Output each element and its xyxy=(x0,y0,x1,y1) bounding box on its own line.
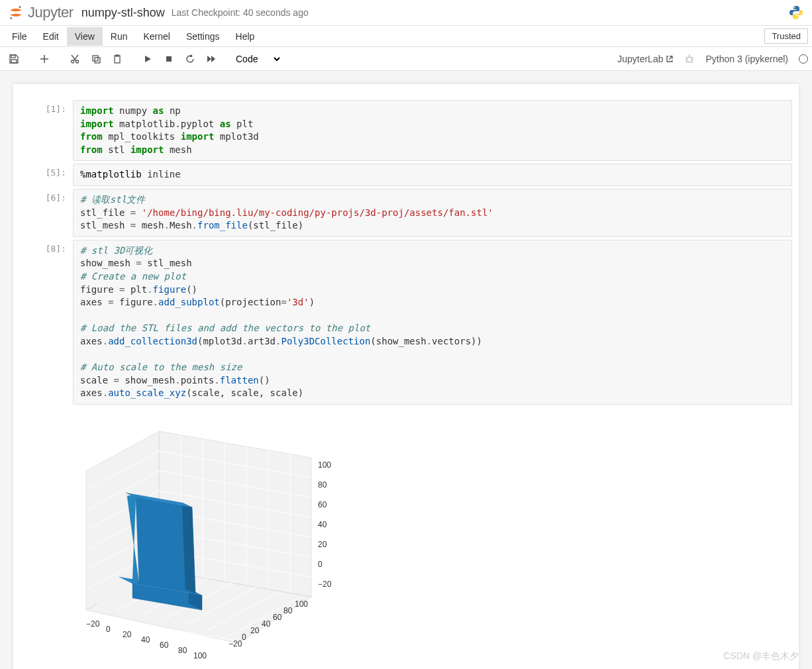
svg-text:100: 100 xyxy=(193,651,207,660)
svg-text:60: 60 xyxy=(273,613,282,622)
cell-prompt: [1]: xyxy=(20,100,73,161)
menu-run[interactable]: Run xyxy=(103,27,136,46)
svg-line-24 xyxy=(686,62,687,63)
code-cell[interactable]: [1]: import numpy as np import matplotli… xyxy=(13,100,799,161)
menu-kernel[interactable]: Kernel xyxy=(135,27,178,46)
insert-cell-button[interactable] xyxy=(34,50,54,68)
run-button[interactable] xyxy=(138,50,158,68)
3d-plot: 100 80 60 40 20 0 −20 100 80 60 40 20 0 … xyxy=(73,418,351,669)
svg-line-17 xyxy=(669,56,672,60)
jupyter-icon xyxy=(8,5,24,21)
svg-text:20: 20 xyxy=(318,540,327,549)
checkpoint-text: Last Checkpoint: 40 seconds ago xyxy=(172,7,309,18)
cell-prompt: [5]: xyxy=(20,164,73,186)
svg-point-18 xyxy=(687,57,692,62)
svg-text:−20: −20 xyxy=(86,619,100,629)
svg-text:0: 0 xyxy=(242,633,246,642)
notebook: [1]: import numpy as np import matplotli… xyxy=(13,84,799,669)
svg-point-3 xyxy=(797,17,799,19)
svg-text:100: 100 xyxy=(318,460,331,470)
code-cell[interactable]: [8]: # stl 3D可视化 show_mesh = stl_mesh # … xyxy=(13,240,799,405)
svg-point-1 xyxy=(10,17,13,20)
restart-button[interactable] xyxy=(180,50,200,68)
notebook-name[interactable]: numpy-stl-show xyxy=(81,6,165,20)
cell-prompt: [6]: xyxy=(20,189,73,237)
svg-text:100: 100 xyxy=(295,599,308,609)
cell-prompt: [8]: xyxy=(20,240,73,405)
svg-text:60: 60 xyxy=(160,641,169,650)
interrupt-button[interactable] xyxy=(159,50,179,68)
cell-type-select[interactable]: Code xyxy=(229,51,282,67)
paste-button[interactable] xyxy=(107,50,127,68)
svg-point-2 xyxy=(794,7,795,9)
plot-output: 100 80 60 40 20 0 −20 100 80 60 40 20 0 … xyxy=(13,418,799,669)
svg-text:40: 40 xyxy=(318,520,327,529)
code-input[interactable]: # stl 3D可视化 show_mesh = stl_mesh # Creat… xyxy=(73,240,792,405)
svg-text:40: 40 xyxy=(141,635,150,644)
copy-button[interactable] xyxy=(86,50,106,68)
kernel-name[interactable]: Python 3 (ipykernel) xyxy=(705,54,788,64)
svg-text:80: 80 xyxy=(178,646,187,655)
svg-text:−20: −20 xyxy=(228,639,242,648)
svg-line-20 xyxy=(685,57,687,58)
svg-line-21 xyxy=(692,57,693,58)
svg-point-0 xyxy=(19,6,21,8)
logo-text: Jupyter xyxy=(28,4,74,21)
svg-text:80: 80 xyxy=(318,480,327,489)
svg-text:20: 20 xyxy=(123,630,132,639)
svg-text:20: 20 xyxy=(250,626,260,635)
menu-view[interactable]: View xyxy=(67,27,103,46)
code-input[interactable]: %matplotlib inline xyxy=(73,164,792,186)
svg-rect-14 xyxy=(115,56,120,63)
save-button[interactable] xyxy=(4,50,24,68)
code-cell[interactable]: [6]: # 读取stl文件 stl_file = '/home/bing/bi… xyxy=(13,189,799,237)
code-cell[interactable]: [5]: %matplotlib inline xyxy=(13,164,799,186)
menubar: FileEditViewRunKernelSettingsHelp Truste… xyxy=(0,26,812,47)
svg-text:0: 0 xyxy=(106,625,111,634)
svg-rect-16 xyxy=(166,56,172,62)
svg-rect-13 xyxy=(95,58,100,63)
svg-text:−20: −20 xyxy=(318,580,332,589)
restart-run-all-button[interactable] xyxy=(201,50,221,68)
svg-text:40: 40 xyxy=(262,619,271,629)
menu-edit[interactable]: Edit xyxy=(35,27,67,46)
svg-rect-4 xyxy=(11,55,15,58)
debug-icon[interactable] xyxy=(684,54,695,64)
svg-text:80: 80 xyxy=(283,606,293,615)
watermark: CSDN @丰色木夕 xyxy=(723,650,799,662)
svg-text:0: 0 xyxy=(318,560,323,569)
svg-text:60: 60 xyxy=(318,500,327,509)
svg-rect-12 xyxy=(93,56,98,61)
python-icon xyxy=(788,5,804,21)
logo-area[interactable]: Jupyter xyxy=(8,4,74,21)
menu-file[interactable]: File xyxy=(4,27,35,46)
jupyterlab-link[interactable]: JupyterLab xyxy=(617,54,674,64)
kernel-status-icon xyxy=(799,54,808,64)
menu-settings[interactable]: Settings xyxy=(178,27,228,46)
trusted-indicator[interactable]: Trusted xyxy=(764,28,808,44)
menu-help[interactable]: Help xyxy=(228,27,263,46)
external-link-icon xyxy=(666,55,674,63)
svg-line-25 xyxy=(691,62,693,63)
code-input[interactable]: # 读取stl文件 stl_file = '/home/bing/bing.li… xyxy=(73,189,792,237)
svg-rect-5 xyxy=(11,60,17,63)
toolbar: Code JupyterLab Python 3 (ipykernel) xyxy=(0,47,812,71)
notebook-container: [1]: import numpy as np import matplotli… xyxy=(0,71,812,669)
cut-button[interactable] xyxy=(65,50,85,68)
header: Jupyter numpy-stl-show Last Checkpoint: … xyxy=(0,0,812,26)
code-input[interactable]: import numpy as np import matplotlib.pyp… xyxy=(73,100,792,161)
